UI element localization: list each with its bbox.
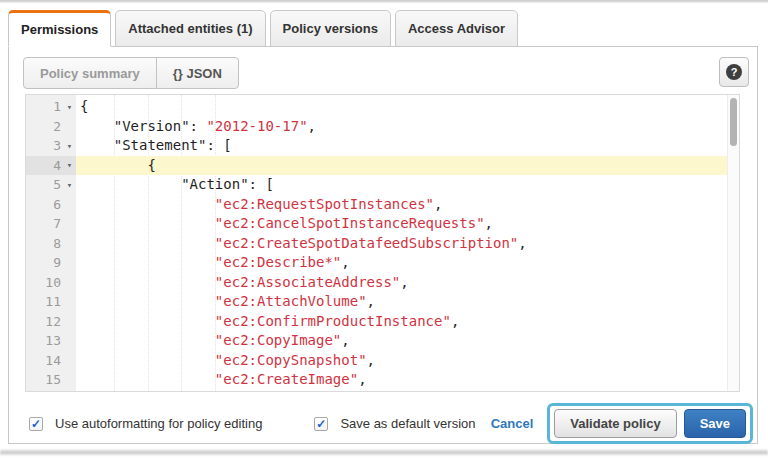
code-token-plain: "Version": — [80, 118, 206, 134]
cancel-link[interactable]: Cancel — [491, 416, 534, 431]
line-number-text: 13 — [26, 333, 63, 348]
code-line-3[interactable]: "Statement": [ — [76, 136, 727, 156]
line-number-text: 4 — [26, 158, 63, 173]
code-token-string: "ec2:CreateSpotDatafeedSubscription" — [215, 235, 518, 251]
code-token-plain: , — [434, 196, 442, 212]
code-line-11[interactable]: "ec2:AttachVolume", — [76, 292, 727, 312]
question-mark-icon: ? — [726, 64, 742, 80]
line-number-11: 11 — [26, 292, 76, 312]
code-line-13[interactable]: "ec2:CopyImage", — [76, 331, 727, 351]
line-number-text: 14 — [26, 353, 63, 368]
code-token-plain — [80, 293, 215, 309]
code-line-6[interactable]: "ec2:RequestSpotInstances", — [76, 195, 727, 215]
code-line-4[interactable]: { — [76, 156, 727, 176]
code-line-9[interactable]: "ec2:Describe*", — [76, 253, 727, 273]
bottom-crop-edge — [0, 450, 768, 455]
line-number-14: 14 — [26, 351, 76, 371]
line-number-4: 4▾ — [26, 156, 76, 176]
permissions-panel: Policy summary {} JSON ? 1▾23▾4▾5▾678910… — [8, 46, 758, 444]
json-code-editor[interactable]: 1▾23▾4▾5▾6789101112131415 { "Version": "… — [25, 94, 740, 392]
footer-bar: ✓ Use autoformatting for policy editing … — [9, 392, 757, 444]
line-number-text: 10 — [26, 275, 63, 290]
code-token-string: "ec2:CopyImage" — [215, 332, 341, 348]
code-token-string: "2012-10-17" — [206, 118, 307, 134]
code-token-plain: , — [485, 215, 493, 231]
line-number-text: 15 — [26, 372, 63, 387]
code-token-plain: "Statement": [ — [80, 137, 232, 153]
line-number-3: 3▾ — [26, 136, 76, 156]
code-token-string: "ec2:ConfirmProductInstance" — [215, 313, 451, 329]
code-line-1[interactable]: { — [76, 97, 727, 117]
line-number-9: 9 — [26, 253, 76, 273]
view-toggle-group: Policy summary {} JSON — [23, 57, 239, 89]
code-line-14[interactable]: "ec2:CopySnapshot", — [76, 351, 727, 371]
line-number-12: 12 — [26, 312, 76, 332]
code-token-string: "ec2:AttachVolume" — [215, 293, 367, 309]
checkmark-icon: ✓ — [31, 418, 41, 430]
save-default-checkbox[interactable]: ✓ — [314, 417, 328, 431]
save-default-label: Save as default version — [340, 416, 475, 431]
code-token-string: "ec2:Describe*" — [215, 254, 341, 270]
code-line-8[interactable]: "ec2:CreateSpotDatafeedSubscription", — [76, 234, 727, 254]
code-token-plain: , — [367, 352, 375, 368]
line-number-10: 10 — [26, 273, 76, 293]
code-line-12[interactable]: "ec2:ConfirmProductInstance", — [76, 312, 727, 332]
json-view-button[interactable]: {} JSON — [156, 58, 238, 88]
code-token-string: "ec2:AssociateAddress" — [215, 274, 400, 290]
line-number-text: 6 — [26, 197, 63, 212]
code-token-plain: , — [341, 332, 349, 348]
tab-policy-versions[interactable]: Policy versions — [270, 10, 391, 47]
line-number-text: 7 — [26, 216, 63, 231]
code-token-plain: { — [80, 98, 88, 114]
line-number-text: 11 — [26, 294, 63, 309]
line-number-5: 5▾ — [26, 175, 76, 195]
code-token-plain: , — [367, 293, 375, 309]
code-token-string: "ec2:RequestSpotInstances" — [215, 196, 434, 212]
editor-code-lines: { "Version": "2012-10-17", "Statement": … — [76, 95, 727, 391]
save-button[interactable]: Save — [684, 409, 746, 438]
policy-summary-button[interactable]: Policy summary — [24, 58, 156, 88]
checkmark-icon: ✓ — [316, 418, 326, 430]
button-highlight-ring: Validate policy Save — [547, 403, 753, 444]
code-token-plain: , — [518, 235, 526, 251]
code-token-plain — [80, 313, 215, 329]
line-number-2: 2 — [26, 117, 76, 137]
code-token-plain: "Action": [ — [80, 176, 274, 192]
scrollbar-thumb[interactable] — [730, 98, 737, 146]
tab-bar: PermissionsAttached entities (1)Policy v… — [8, 10, 768, 46]
tab-access-advisor[interactable]: Access Advisor — [395, 10, 518, 47]
validate-policy-button[interactable]: Validate policy — [554, 409, 676, 438]
code-token-plain — [80, 235, 215, 251]
code-token-plain: { — [80, 157, 156, 173]
code-line-10[interactable]: "ec2:AssociateAddress", — [76, 273, 727, 293]
code-line-15[interactable]: "ec2:CreateImage", — [76, 370, 727, 390]
autoformat-checkbox[interactable]: ✓ — [29, 417, 43, 431]
line-number-text: 12 — [26, 314, 63, 329]
code-token-plain — [80, 254, 215, 270]
tab-permissions[interactable]: Permissions — [8, 10, 111, 47]
tab-attached-entities[interactable]: Attached entities (1) — [115, 10, 265, 47]
editor-toolbar: Policy summary {} JSON ? — [9, 47, 757, 91]
help-button[interactable]: ? — [719, 57, 749, 87]
code-token-string: "ec2:CancelSpotInstanceRequests" — [215, 215, 485, 231]
code-line-2[interactable]: "Version": "2012-10-17", — [76, 117, 727, 137]
code-token-plain: , — [400, 274, 408, 290]
code-token-plain — [80, 274, 215, 290]
fold-arrow-icon[interactable]: ▾ — [63, 102, 76, 112]
line-number-7: 7 — [26, 214, 76, 234]
fold-arrow-icon[interactable]: ▾ — [63, 141, 76, 151]
code-token-plain — [80, 196, 215, 212]
top-crop-edge — [0, 0, 768, 3]
line-number-text: 8 — [26, 236, 63, 251]
line-number-6: 6 — [26, 195, 76, 215]
line-number-text: 3 — [26, 138, 63, 153]
code-line-7[interactable]: "ec2:CancelSpotInstanceRequests", — [76, 214, 727, 234]
code-token-plain: , — [358, 371, 366, 387]
code-line-5[interactable]: "Action": [ — [76, 175, 727, 195]
code-token-plain: , — [451, 313, 459, 329]
fold-arrow-icon[interactable]: ▾ — [63, 180, 76, 190]
editor-scrollbar[interactable] — [727, 95, 739, 391]
code-token-string: "ec2:CreateImage" — [215, 371, 358, 387]
fold-arrow-icon[interactable]: ▾ — [63, 160, 76, 170]
code-token-plain — [80, 215, 215, 231]
